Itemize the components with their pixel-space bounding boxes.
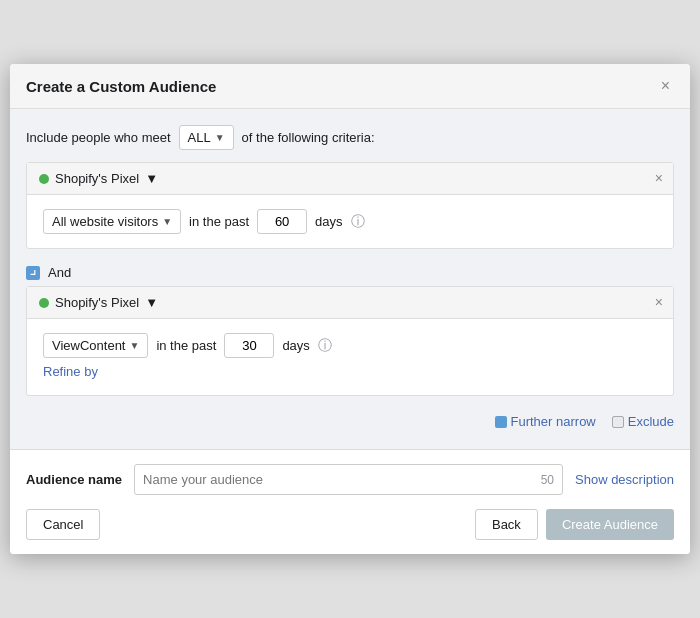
section1-info-icon: ⓘ bbox=[351, 213, 365, 231]
section2-info-icon: ⓘ bbox=[318, 337, 332, 355]
modal-close-button[interactable]: × bbox=[657, 76, 674, 96]
and-text: And bbox=[48, 265, 71, 280]
and-icon bbox=[26, 266, 40, 280]
event-type-arrow: ▼ bbox=[129, 340, 139, 351]
actions-row: Further narrow Exclude bbox=[26, 406, 674, 433]
section1-pixel-arrow[interactable]: ▼ bbox=[145, 171, 158, 186]
audience-name-input[interactable] bbox=[143, 465, 537, 494]
further-narrow-label: Further narrow bbox=[511, 414, 596, 429]
section2-header: Shopify's Pixel ▼ × bbox=[27, 287, 673, 319]
section1-days-label: days bbox=[315, 214, 342, 229]
footer-section: Audience name 50 Show description Cancel… bbox=[10, 449, 690, 554]
section2-in-the-past: in the past bbox=[156, 338, 216, 353]
section1-in-the-past: in the past bbox=[189, 214, 249, 229]
event-type-label: ViewContent bbox=[52, 338, 125, 353]
all-select-button[interactable]: ALL ▼ bbox=[179, 125, 234, 150]
section2-box: Shopify's Pixel ▼ × ViewContent ▼ in the… bbox=[26, 286, 674, 396]
further-narrow-link[interactable]: Further narrow bbox=[495, 414, 596, 429]
show-description-button[interactable]: Show description bbox=[575, 472, 674, 487]
criteria-suffix: of the following criteria: bbox=[242, 130, 375, 145]
audience-name-row: Audience name 50 Show description bbox=[26, 464, 674, 495]
visitor-type-arrow: ▼ bbox=[162, 216, 172, 227]
exclude-label: Exclude bbox=[628, 414, 674, 429]
cancel-button[interactable]: Cancel bbox=[26, 509, 100, 540]
all-select-label: ALL bbox=[188, 130, 211, 145]
all-select-arrow: ▼ bbox=[215, 132, 225, 143]
footer-right-buttons: Back Create Audience bbox=[475, 509, 674, 540]
audience-name-label: Audience name bbox=[26, 472, 122, 487]
visitor-type-select[interactable]: All website visitors ▼ bbox=[43, 209, 181, 234]
audience-input-wrap: 50 bbox=[134, 464, 563, 495]
section1-close-button[interactable]: × bbox=[655, 171, 663, 185]
refine-row: Refine by bbox=[43, 358, 657, 381]
modal-header: Create a Custom Audience × bbox=[10, 64, 690, 109]
section2-condition-row: ViewContent ▼ in the past days ⓘ bbox=[43, 333, 657, 358]
further-narrow-icon bbox=[495, 416, 507, 428]
create-audience-modal: Create a Custom Audience × Include peopl… bbox=[10, 64, 690, 554]
modal-title: Create a Custom Audience bbox=[26, 78, 216, 95]
section1-arrow-label: ▼ bbox=[145, 171, 158, 186]
section1-box: Shopify's Pixel ▼ × All website visitors… bbox=[26, 162, 674, 249]
and-row: And bbox=[26, 259, 674, 286]
refine-by-link[interactable]: Refine by bbox=[43, 364, 98, 379]
visitor-type-label: All website visitors bbox=[52, 214, 158, 229]
section1-content: All website visitors ▼ in the past days … bbox=[27, 195, 673, 248]
char-count: 50 bbox=[541, 473, 554, 487]
exclude-icon bbox=[612, 416, 624, 428]
footer-buttons: Cancel Back Create Audience bbox=[26, 509, 674, 540]
modal-body: Include people who meet ALL ▼ of the fol… bbox=[10, 109, 690, 449]
section1-pixel-dot bbox=[39, 174, 49, 184]
section2-arrow-label: ▼ bbox=[145, 295, 158, 310]
section2-days-input[interactable] bbox=[224, 333, 274, 358]
section2-close-button[interactable]: × bbox=[655, 295, 663, 309]
section2-pixel-name: Shopify's Pixel bbox=[55, 295, 139, 310]
section1-pixel-name: Shopify's Pixel bbox=[55, 171, 139, 186]
section2-days-label: days bbox=[282, 338, 309, 353]
section2-pixel-arrow[interactable]: ▼ bbox=[145, 295, 158, 310]
section2-content: ViewContent ▼ in the past days ⓘ Refine … bbox=[27, 319, 673, 395]
exclude-link[interactable]: Exclude bbox=[612, 414, 674, 429]
include-label: Include people who meet bbox=[26, 130, 171, 145]
section1-header: Shopify's Pixel ▼ × bbox=[27, 163, 673, 195]
section1-condition-row: All website visitors ▼ in the past days … bbox=[43, 209, 657, 234]
back-button[interactable]: Back bbox=[475, 509, 538, 540]
include-criteria-row: Include people who meet ALL ▼ of the fol… bbox=[26, 125, 674, 150]
create-audience-button[interactable]: Create Audience bbox=[546, 509, 674, 540]
event-type-select[interactable]: ViewContent ▼ bbox=[43, 333, 148, 358]
section2-pixel-dot bbox=[39, 298, 49, 308]
section1-days-input[interactable] bbox=[257, 209, 307, 234]
